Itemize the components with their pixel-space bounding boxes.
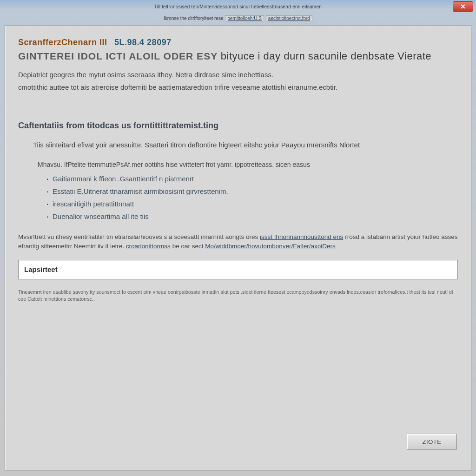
list-item: Esstatii E.Uitnerat ttnaramisit airmibio… (46, 187, 458, 195)
close-icon: ✕ (460, 3, 466, 10)
breadcrumb-link-1[interactable]: gemittoiloeh:U.S (225, 15, 264, 21)
page-title: Gintterei idol icti Aloil oder esy bityu… (18, 50, 458, 62)
page-title-lead: Gintterei idol icti Aloil oder esy (18, 51, 218, 61)
footer-link-2[interactable]: croarionittormss (126, 243, 171, 250)
main-panel: ScranfferzChenarn III 5L.98.4 28097 Gint… (5, 25, 471, 470)
list-item: Gaitiammani k ffieon .Gsanttientitf n pi… (46, 175, 458, 183)
footer-paragraph: Mvsirftrett vu ithesy eentrfiatitin tin … (18, 232, 458, 251)
product-line: ScranfferzChenarn III 5L.98.4 28097 (18, 38, 458, 47)
footer-link-3[interactable]: Mo/widdbmoer/hovutombonver/Fatler/axoiDe… (205, 243, 336, 250)
fineprint: Tinesemrrt iren esablibe savony ity soun… (18, 289, 458, 304)
input-field[interactable]: Lapsirteet (18, 260, 458, 279)
intro-paragraph-2: cmottithic auttee tot ais atreroise doft… (18, 83, 458, 91)
primary-action-button[interactable]: ZIOTE (407, 434, 457, 450)
breadcrumb-link-2[interactable]: aecintioitoectrut.ford (266, 15, 312, 21)
section-subtext: Tiis siinteitard efivat yoir anessuitte.… (33, 141, 458, 149)
list-item: Duenalior wnseartima all ite tiis (46, 212, 458, 220)
footer-text-3: be oar sect (172, 243, 205, 250)
footer-link-1[interactable]: issst Ihnonnannnousttond ens (260, 233, 343, 240)
product-version: 5L.98.4 28097 (114, 38, 172, 47)
window-title: Till leltronosised ten/Mintervidessonsd … (154, 4, 322, 9)
page-title-rest: bityuce i day durn sacunile denbsate Vie… (221, 50, 431, 62)
close-button[interactable]: ✕ (453, 1, 473, 12)
product-name: ScranfferzChenarn III (18, 38, 107, 47)
section-heading: Caftentatiis from titodcas us forntittit… (18, 121, 458, 131)
list-intro: Mhavsu. IfPtelite ttemmutiePsAf.mer oott… (38, 161, 458, 168)
footer-text-1: Mvsirftrett vu ithesy eentrfiatitin tin … (18, 233, 260, 240)
breadcrumb-prefix: Ikronse the citriftoryiteet rese (164, 16, 223, 21)
input-label: Lapsirteet (24, 265, 58, 273)
intro-paragraph-1: Depiatrict geogres the mytut osims ssera… (18, 71, 458, 79)
list-item: irescanitigith petrattittnnatt (46, 200, 458, 208)
feature-list: Gaitiammani k ffieon .Gsanttientitf n pi… (46, 175, 458, 220)
breadcrumb: Ikronse the citriftoryiteet rese gemitto… (0, 13, 476, 23)
